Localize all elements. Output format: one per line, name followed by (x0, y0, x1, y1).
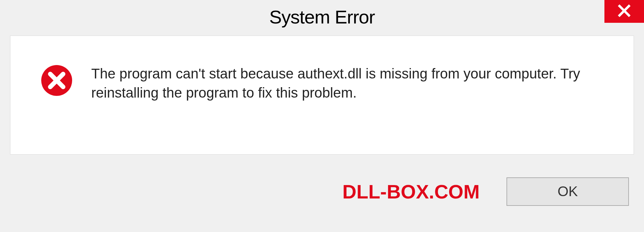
content-panel: The program can't start because authext.… (10, 36, 634, 155)
error-icon (41, 64, 73, 97)
error-message: The program can't start because authext.… (91, 64, 613, 102)
close-icon (618, 4, 631, 19)
titlebar: System Error (0, 0, 644, 34)
error-dialog: System Error The program can't start bec… (0, 0, 644, 232)
dialog-title: System Error (269, 6, 375, 28)
ok-button[interactable]: OK (506, 177, 629, 206)
dialog-footer: DLL-BOX.COM OK (0, 155, 644, 228)
close-button[interactable] (604, 0, 644, 23)
watermark-text: DLL-BOX.COM (342, 180, 480, 203)
